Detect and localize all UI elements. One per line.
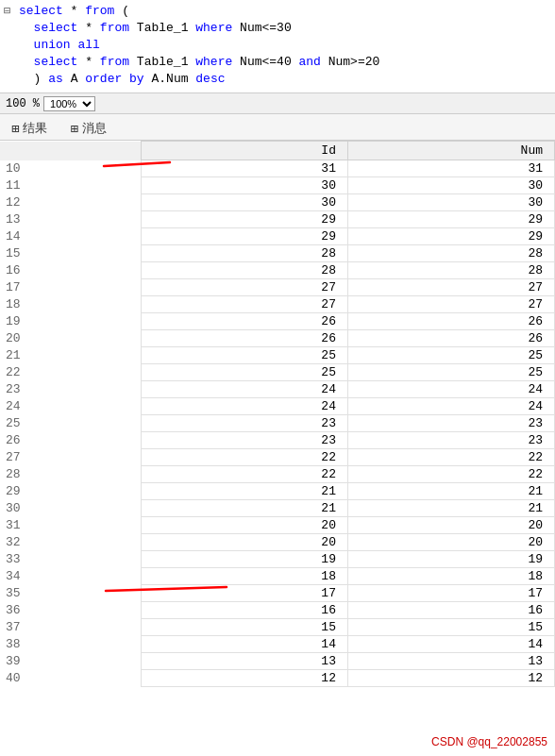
tab-results-label: 结果 — [23, 120, 47, 137]
cell-rownum: 32 — [0, 534, 141, 551]
cell-id: 27 — [141, 279, 347, 296]
cell-id: 30 — [141, 177, 347, 194]
line-content-1: select * from ( — [19, 4, 129, 18]
cell-id: 22 — [141, 466, 347, 483]
cell-num: 25 — [347, 347, 554, 364]
sql-line-5: ) as A order by A.Num desc — [0, 72, 555, 89]
zoom-value: 100 % — [6, 97, 40, 110]
cell-num: 14 — [347, 636, 554, 653]
cell-id: 25 — [141, 347, 347, 364]
table-row: 401212 — [0, 670, 555, 687]
cell-num: 30 — [347, 194, 554, 211]
table-row: 212525 — [0, 347, 555, 364]
cell-id: 30 — [141, 194, 347, 211]
cell-id: 25 — [141, 364, 347, 381]
cell-rownum: 30 — [0, 500, 141, 517]
cell-rownum: 24 — [0, 398, 141, 415]
cell-id: 31 — [141, 160, 347, 177]
col-num: Num — [347, 142, 554, 160]
cell-id: 18 — [141, 568, 347, 585]
cell-num: 28 — [347, 245, 554, 262]
cell-num: 22 — [347, 449, 554, 466]
cell-num: 20 — [347, 534, 554, 551]
cell-rownum: 38 — [0, 636, 141, 653]
cell-id: 20 — [141, 517, 347, 534]
cell-rownum: 31 — [0, 517, 141, 534]
cell-num: 30 — [347, 177, 554, 194]
cell-rownum: 22 — [0, 364, 141, 381]
cell-id: 21 — [141, 500, 347, 517]
cell-rownum: 20 — [0, 330, 141, 347]
table-row: 341818 — [0, 568, 555, 585]
cell-rownum: 35 — [0, 585, 141, 602]
table-row: 242424 — [0, 398, 555, 415]
table-row: 132929 — [0, 211, 555, 228]
line-content-5: ) as A order by A.Num desc — [19, 72, 226, 86]
cell-num: 16 — [347, 602, 554, 619]
cell-rownum: 23 — [0, 381, 141, 398]
cell-rownum: 11 — [0, 177, 141, 194]
watermark: CSDN @qq_22002855 — [431, 735, 547, 748]
tabs-bar: ⊞ 结果 ⊞ 消息 — [0, 114, 555, 141]
cell-rownum: 18 — [0, 296, 141, 313]
cell-id: 28 — [141, 245, 347, 262]
cell-num: 27 — [347, 296, 554, 313]
cell-num: 22 — [347, 466, 554, 483]
cell-num: 13 — [347, 653, 554, 670]
sql-line-3: union all — [0, 38, 555, 55]
cell-id: 29 — [141, 211, 347, 228]
cell-id: 23 — [141, 432, 347, 449]
table-row: 232424 — [0, 381, 555, 398]
col-id: Id — [141, 142, 347, 160]
cell-num: 31 — [347, 160, 554, 177]
sql-editor-wrapper: ⊟ select * from ( select * from Table_1 … — [0, 0, 555, 93]
cell-id: 26 — [141, 330, 347, 347]
line-gutter-1: ⊟ — [4, 4, 15, 18]
cell-rownum: 26 — [0, 432, 141, 449]
cell-num: 20 — [347, 517, 554, 534]
cell-rownum: 29 — [0, 483, 141, 500]
sql-line-2: select * from Table_1 where Num<=30 — [0, 21, 555, 38]
cell-num: 29 — [347, 228, 554, 245]
results-area: Id Num 103131113030123030132929142929152… — [0, 141, 555, 687]
cell-num: 18 — [347, 568, 554, 585]
cell-num: 29 — [347, 211, 554, 228]
zoom-dropdown[interactable]: 100% 75% 125% 150% — [43, 96, 95, 111]
cell-num: 17 — [347, 585, 554, 602]
cell-rownum: 28 — [0, 466, 141, 483]
cell-rownum: 16 — [0, 262, 141, 279]
table-row: 282222 — [0, 466, 555, 483]
cell-num: 25 — [347, 364, 554, 381]
table-row: 182727 — [0, 296, 555, 313]
table-row: 113030 — [0, 177, 555, 194]
cell-num: 23 — [347, 432, 554, 449]
cell-num: 28 — [347, 262, 554, 279]
table-row: 192626 — [0, 313, 555, 330]
table-row: 152828 — [0, 245, 555, 262]
cell-id: 28 — [141, 262, 347, 279]
cell-rownum: 34 — [0, 568, 141, 585]
cell-rownum: 17 — [0, 279, 141, 296]
table-header-row: Id Num — [0, 142, 555, 160]
line-content-4: select * from Table_1 where Num<=40 and … — [19, 55, 379, 69]
cell-num: 23 — [347, 415, 554, 432]
cell-rownum: 40 — [0, 670, 141, 687]
table-row: 252323 — [0, 415, 555, 432]
tab-messages[interactable]: ⊞ 消息 — [66, 118, 109, 139]
tab-results[interactable]: ⊞ 结果 — [8, 118, 51, 139]
cell-id: 29 — [141, 228, 347, 245]
cell-num: 21 — [347, 500, 554, 517]
cell-id: 19 — [141, 551, 347, 568]
results-table: Id Num 103131113030123030132929142929152… — [0, 141, 555, 687]
messages-icon: ⊞ — [70, 121, 77, 137]
table-row: 202626 — [0, 330, 555, 347]
table-row: 361616 — [0, 602, 555, 619]
cell-rownum: 37 — [0, 619, 141, 636]
cell-id: 12 — [141, 670, 347, 687]
results-icon: ⊞ — [11, 121, 19, 137]
tab-messages-label: 消息 — [82, 120, 107, 137]
sql-editor[interactable]: ⊟ select * from ( select * from Table_1 … — [0, 0, 555, 93]
cell-id: 13 — [141, 653, 347, 670]
cell-rownum: 15 — [0, 245, 141, 262]
table-body: 1031311130301230301329291429291528281628… — [0, 160, 555, 687]
